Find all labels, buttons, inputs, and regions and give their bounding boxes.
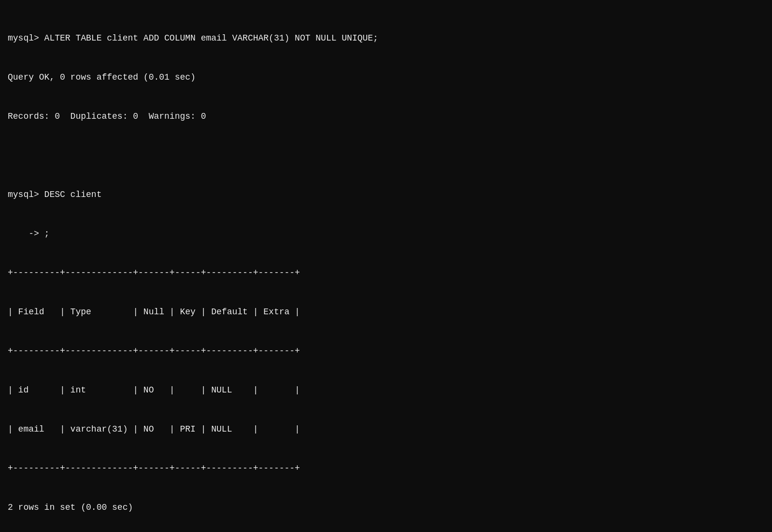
line-6: 2 rows in set (0.00 sec) [8,501,764,514]
line-2: Query OK, 0 rows affected (0.01 sec) [8,71,764,84]
table1-header: | Field | Type | Null | Key | Default | … [8,306,764,319]
line-4: mysql> DESC client [8,188,764,201]
table1-border-top: +---------+-------------+------+-----+--… [8,266,764,280]
table1-row-2: | email | varchar(31) | NO | PRI | NULL … [8,423,764,436]
table1-row-1: | id | int | NO | | NULL | | [8,384,764,397]
terminal-output: mysql> ALTER TABLE client ADD COLUMN ema… [8,6,764,532]
line-1: mysql> ALTER TABLE client ADD COLUMN ema… [8,32,764,45]
table1-border-bot: +---------+-------------+------+-----+--… [8,462,764,475]
table1-border-mid: +---------+-------------+------+-----+--… [8,345,764,358]
line-blank-1 [8,149,764,162]
line-5: -> ; [8,227,764,240]
line-3: Records: 0 Duplicates: 0 Warnings: 0 [8,110,764,123]
